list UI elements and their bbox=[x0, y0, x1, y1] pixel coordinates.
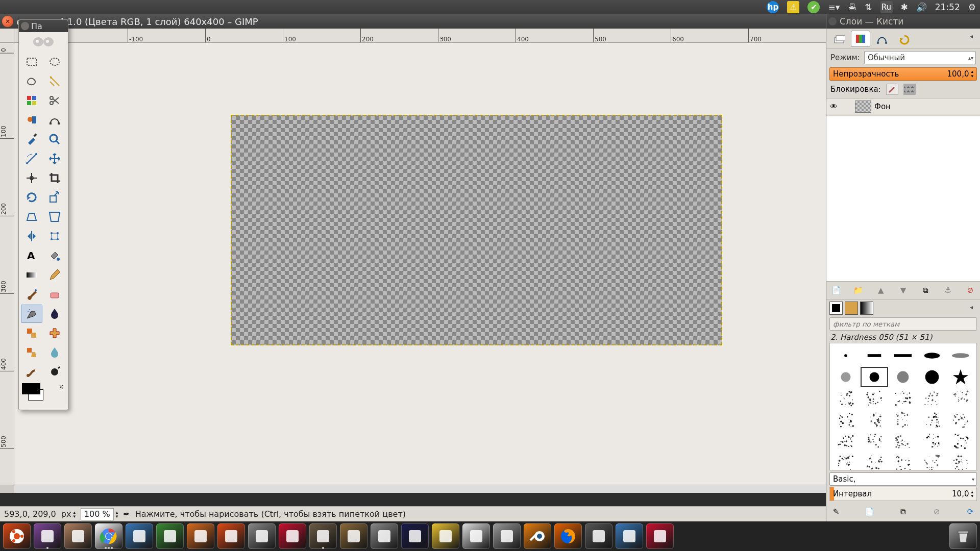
brush-preset[interactable] bbox=[918, 388, 946, 409]
tab-channels-icon[interactable] bbox=[851, 31, 870, 47]
layer-delete-button[interactable]: ⊘ bbox=[964, 284, 977, 297]
brush-preset[interactable] bbox=[947, 410, 974, 430]
layer-anchor-button[interactable]: ⚓ bbox=[941, 284, 954, 297]
launcher-blender[interactable] bbox=[524, 523, 551, 549]
tool-color-select[interactable] bbox=[21, 91, 42, 110]
brush-delete-button[interactable]: ⊘ bbox=[930, 505, 943, 518]
launcher-opera[interactable] bbox=[279, 523, 306, 549]
layer-duplicate-button[interactable]: ⧉ bbox=[919, 284, 932, 297]
launcher-chrome[interactable] bbox=[95, 523, 122, 549]
toolbox-panel[interactable]: Па A ⤭ bbox=[18, 19, 68, 410]
ruler-corner[interactable] bbox=[0, 29, 14, 43]
tool-perspective-clone[interactable] bbox=[21, 343, 42, 362]
brush-preset[interactable] bbox=[832, 410, 860, 430]
layer-down-button[interactable]: ▼ bbox=[896, 284, 910, 297]
tray-check-icon[interactable]: ✔ bbox=[803, 0, 824, 14]
launcher-image-viewer[interactable] bbox=[126, 523, 153, 549]
brush-preset[interactable] bbox=[947, 345, 974, 366]
tool-ink[interactable] bbox=[44, 305, 65, 323]
tab-brushes-icon[interactable] bbox=[829, 302, 843, 315]
tool-heal[interactable] bbox=[44, 324, 65, 342]
window-close-button[interactable]: ✕ bbox=[2, 16, 13, 27]
brush-preset[interactable] bbox=[832, 367, 860, 387]
tool-zoom[interactable] bbox=[44, 130, 65, 148]
launcher-reader[interactable] bbox=[646, 523, 674, 549]
brush-preset[interactable] bbox=[832, 453, 860, 470]
brush-preset[interactable] bbox=[889, 367, 917, 387]
tool-blend[interactable] bbox=[21, 266, 42, 284]
launcher-ubuntu[interactable] bbox=[3, 523, 31, 549]
brush-preset[interactable] bbox=[947, 431, 974, 452]
dock-close-icon[interactable] bbox=[828, 17, 837, 26]
status-zoom-combo[interactable]: 100 % ▴▾ bbox=[81, 508, 118, 520]
launcher-updater[interactable] bbox=[493, 523, 521, 549]
tool-ellipse-select[interactable] bbox=[44, 53, 65, 71]
tool-eraser[interactable] bbox=[44, 285, 65, 304]
tool-free-select[interactable] bbox=[21, 72, 42, 90]
brush-preset[interactable] bbox=[832, 388, 860, 409]
launcher-usb[interactable] bbox=[371, 523, 398, 549]
brush-preset[interactable] bbox=[861, 367, 888, 387]
lock-alpha-icon[interactable] bbox=[903, 84, 916, 95]
color-selector[interactable]: ⤭ bbox=[21, 383, 65, 406]
brush-spacing-slider[interactable]: Интервал 10,0 ▴▾ bbox=[829, 487, 977, 501]
tray-network-icon[interactable]: ⇅ bbox=[861, 0, 876, 14]
launcher-files[interactable] bbox=[64, 523, 92, 549]
launcher-magnifier[interactable] bbox=[585, 523, 612, 549]
layer-item[interactable]: 👁 Фон bbox=[826, 98, 980, 115]
brush-edit-button[interactable]: ✎ bbox=[829, 505, 843, 518]
tab-undo-history-icon[interactable] bbox=[894, 31, 913, 47]
tool-crop[interactable] bbox=[44, 169, 65, 187]
launcher-trash[interactable] bbox=[949, 523, 977, 549]
brush-preset[interactable] bbox=[861, 345, 888, 366]
brush-preset[interactable] bbox=[861, 431, 888, 452]
tray-session-gear-icon[interactable]: ⚙ bbox=[964, 0, 980, 14]
brush-duplicate-button[interactable]: ⧉ bbox=[897, 505, 910, 518]
toolbox-titlebar[interactable]: Па bbox=[19, 20, 68, 32]
tool-paintbrush[interactable] bbox=[21, 285, 42, 304]
launcher-impress[interactable] bbox=[187, 523, 214, 549]
launcher-screenshot[interactable] bbox=[616, 523, 643, 549]
launcher-software-center[interactable] bbox=[217, 523, 245, 549]
canvas[interactable] bbox=[231, 115, 722, 345]
tool-shear[interactable] bbox=[21, 208, 42, 226]
tray-bluetooth-icon[interactable]: ✱ bbox=[897, 0, 912, 14]
lock-pixels-icon[interactable] bbox=[886, 84, 898, 95]
tray-menu-icon[interactable]: ≡▾ bbox=[824, 0, 844, 14]
brush-preset[interactable] bbox=[861, 453, 888, 470]
tab-paths-icon[interactable] bbox=[872, 31, 892, 47]
tool-clone[interactable] bbox=[21, 324, 42, 342]
canvas-viewport[interactable] bbox=[14, 43, 966, 485]
tool-color-picker[interactable] bbox=[21, 130, 42, 148]
tool-paths[interactable] bbox=[44, 111, 65, 129]
tray-warning-icon[interactable]: ⚠ bbox=[783, 0, 803, 14]
foreground-color-swatch[interactable] bbox=[22, 383, 40, 394]
tool-scale[interactable] bbox=[44, 188, 65, 207]
tool-bucket-fill[interactable] bbox=[44, 246, 65, 265]
tab-gradients-icon[interactable] bbox=[860, 302, 873, 315]
brush-filter-input[interactable] bbox=[829, 317, 977, 331]
launcher-calc[interactable] bbox=[156, 523, 184, 549]
tool-measure[interactable] bbox=[21, 149, 42, 168]
tool-foreground-select[interactable] bbox=[21, 111, 42, 129]
tray-sound-icon[interactable]: 🔊 bbox=[912, 0, 931, 14]
layer-thumbnail[interactable] bbox=[855, 101, 871, 113]
brush-preset[interactable] bbox=[947, 367, 974, 387]
brush-preset[interactable] bbox=[861, 388, 888, 409]
brush-preset[interactable] bbox=[889, 345, 917, 366]
tool-move[interactable] bbox=[44, 149, 65, 168]
layer-visibility-icon[interactable]: 👁 bbox=[826, 102, 841, 111]
brush-preset[interactable] bbox=[832, 345, 860, 366]
tool-rect-select[interactable] bbox=[21, 53, 42, 71]
brush-preset[interactable] bbox=[947, 388, 974, 409]
opacity-slider[interactable]: Непрозрачность 100,0 ▴▾ bbox=[829, 67, 977, 81]
brushes-tab-menu-icon[interactable]: ◂ bbox=[970, 304, 978, 312]
dock-titlebar[interactable]: Слои — Кисти bbox=[826, 14, 980, 29]
tool-blur[interactable] bbox=[44, 343, 65, 362]
brush-preset[interactable] bbox=[889, 431, 917, 452]
brush-preset[interactable] bbox=[918, 410, 946, 430]
tray-keyboard-layout[interactable]: Ru bbox=[876, 0, 897, 14]
tray-clock[interactable]: 21:52 bbox=[931, 0, 964, 14]
launcher-redshift[interactable] bbox=[432, 523, 459, 549]
brush-preset[interactable] bbox=[832, 431, 860, 452]
